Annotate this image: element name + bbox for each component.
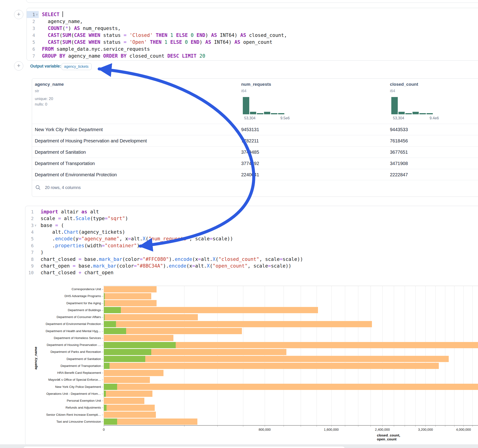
add-cell-button-2[interactable]: +	[14, 61, 23, 70]
code-text: .properties(width="container")	[37, 242, 140, 249]
code-text: )	[37, 249, 44, 256]
histogram-bar	[271, 113, 277, 114]
line-number: 8	[25, 256, 37, 263]
y-axis-tick	[102, 401, 103, 401]
code-line[interactable]: 7GROUP BY agency_name ORDER BY closed_co…	[27, 53, 205, 59]
y-axis-tick	[102, 310, 103, 311]
histogram-bar	[413, 112, 419, 114]
cell-agency-name: Department of Housing Preservation and D…	[35, 135, 147, 147]
cell-agency-name: Department of Transportation	[35, 158, 95, 169]
code-line[interactable]: 7)	[25, 249, 44, 255]
y-axis-tick	[102, 366, 103, 366]
code-line[interactable]: 1import altair as alt	[25, 208, 99, 215]
table-row[interactable]: Department of Housing Preservation and D…	[32, 135, 478, 147]
y-axis-tick	[102, 331, 103, 331]
bar-open	[104, 405, 107, 411]
line-number: 2	[25, 215, 37, 222]
code-text: CAST(SUM(CASE WHEN status = 'Closed' THE…	[39, 32, 287, 39]
gridline	[284, 286, 284, 425]
add-cell-button[interactable]: +	[14, 10, 23, 19]
x-axis-tick-label: 4,000,000	[456, 428, 471, 431]
line-number: 9	[25, 262, 37, 269]
histogram-bar	[391, 97, 398, 114]
line-number: 10	[25, 269, 37, 276]
line-number: 1∨	[27, 11, 39, 18]
gridline	[371, 286, 371, 425]
cell-closed-count: 2222847	[390, 169, 408, 180]
table-row[interactable]: New York City Police Department945313194…	[32, 124, 478, 135]
line-number: 2	[27, 18, 39, 25]
y-axis-label: Department of Consumer Affairs	[25, 314, 101, 321]
table-row[interactable]: Department of Sanitation37494853677651	[32, 146, 478, 158]
bar-open	[104, 328, 126, 334]
code-line[interactable]: 6FROM sample_data.nyc.service_requests	[27, 46, 150, 53]
y-axis-tick	[102, 387, 103, 387]
column-header-agency-name[interactable]: agency_name	[35, 82, 64, 87]
bar-closed	[104, 405, 155, 411]
y-axis-tick	[102, 359, 103, 359]
code-line[interactable]: 3 COUNT(*) AS num_requests,	[27, 25, 121, 32]
x-axis-tick-label: 2,400,000	[375, 428, 390, 431]
histogram-bar	[250, 112, 256, 114]
y-axis-tick	[102, 317, 103, 317]
bar-open	[104, 418, 117, 425]
bar-closed	[104, 286, 157, 292]
cell-num-requests: 3774892	[241, 158, 259, 169]
y-axis-label: Department for the Aging	[25, 300, 101, 307]
gridline	[265, 286, 265, 425]
x-axis-tick-label: 0	[103, 428, 105, 431]
footer-divider	[32, 180, 478, 180]
y-axis-label: HRA Benefit Card Replacement	[25, 369, 101, 376]
gridline	[184, 286, 184, 425]
column-type: i64	[390, 89, 395, 93]
code-line[interactable]: 6 .properties(width="container")	[25, 242, 140, 249]
gridline	[382, 286, 383, 425]
code-line[interactable]: 5 CAST(SUM(CASE WHEN status = 'Open' THE…	[27, 39, 272, 46]
code-line[interactable]: 2 agency_name,	[27, 18, 83, 25]
result-table: agency_name str unique: 20 nulls: 0 num_…	[32, 78, 478, 197]
code-line[interactable]: 9chart_open = base.mark_bar(color="#8BC3…	[25, 262, 291, 269]
bar-closed	[104, 321, 372, 327]
line-number: 4	[25, 229, 37, 236]
y-axis-tick	[102, 415, 103, 415]
code-line[interactable]: 4 CAST(SUM(CASE WHEN status = 'Closed' T…	[27, 32, 287, 39]
table-row[interactable]: Department of Transportation377489234719…	[32, 158, 478, 169]
gridline	[394, 286, 394, 425]
gridline	[472, 286, 473, 425]
y-axis-label: Department of Buildings	[25, 307, 101, 314]
gridline	[358, 286, 358, 425]
column-header-closed-count[interactable]: closed_count	[390, 82, 418, 87]
bar-open	[104, 293, 105, 299]
column-type: str	[35, 89, 39, 93]
fold-chevron-icon[interactable]: ∨	[34, 222, 37, 229]
cell-num-requests: 9453131	[241, 124, 259, 135]
search-icon[interactable]	[35, 185, 41, 190]
y-axis-title: agency_name	[34, 342, 38, 369]
bar-open	[104, 321, 116, 327]
histogram-bar	[243, 97, 249, 114]
python-cell[interactable]: 1import altair as alt2scale = alt.Scale(…	[25, 206, 478, 445]
x-axis-tick-label: 1,600,000	[324, 428, 339, 431]
cell-agency-name: Department of Environmental Protection	[35, 169, 117, 180]
fold-chevron-icon[interactable]: ∨	[35, 11, 39, 18]
code-line[interactable]: 4 alt.Chart(agency_tickets)	[25, 229, 125, 235]
code-line[interactable]: 1∨SELECT	[27, 11, 63, 18]
code-line[interactable]: 3∨base = (	[25, 222, 64, 229]
table-row[interactable]: Department of Environmental Protection22…	[32, 169, 478, 180]
bar-closed	[104, 418, 197, 425]
output-variable-pill[interactable]: agency_tickets	[62, 63, 92, 70]
code-line[interactable]: 5 .encode(y="agency_name", x=alt.X("num_…	[25, 236, 233, 242]
code-line[interactable]: 2scale = alt.Scale(type="sqrt")	[25, 215, 128, 222]
cell-closed-count: 7618456	[390, 135, 408, 147]
code-line[interactable]: 8chart_closed = base.mark_bar(color="#FF…	[25, 256, 303, 262]
code-line[interactable]: 10chart_closed + chart_open	[25, 269, 113, 276]
bar-closed	[104, 391, 152, 397]
column-header-num-requests[interactable]: num_requests	[241, 82, 271, 87]
line-number: 7	[25, 249, 37, 256]
gridline	[331, 286, 332, 425]
next-cell-edge	[23, 446, 345, 448]
column-stat-unique: unique: 20	[35, 97, 53, 101]
y-axis-tick	[102, 394, 103, 394]
gridline	[243, 286, 243, 425]
sql-cell[interactable]: 1∨SELECT 2 agency_name,3 COUNT(*) AS num…	[26, 8, 478, 61]
